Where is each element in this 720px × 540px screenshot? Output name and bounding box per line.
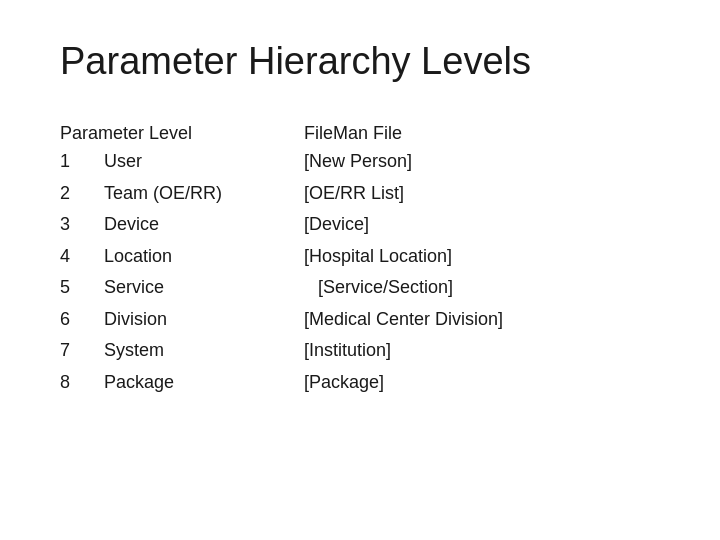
row-number: 2: [60, 178, 84, 210]
page-title: Parameter Hierarchy Levels: [60, 40, 660, 83]
left-header-row: Parameter Level: [60, 123, 244, 144]
table-row: 3 Device: [60, 209, 244, 241]
row-label: User: [104, 146, 244, 178]
row-label: Device: [104, 209, 244, 241]
row-number: 3: [60, 209, 84, 241]
row-number: 6: [60, 304, 84, 336]
right-table-row: [Medical Center Division]: [304, 304, 503, 336]
page: Parameter Hierarchy Levels Parameter Lev…: [0, 0, 720, 540]
right-row-value: [Device]: [304, 209, 369, 241]
right-row-value: [Package]: [304, 367, 384, 399]
row-number: 5: [60, 272, 84, 304]
right-row-value: [New Person]: [304, 146, 412, 178]
content-area: Parameter Level 1 User 2 Team (OE/RR) 3 …: [60, 123, 660, 398]
right-header-label: FileMan File: [304, 123, 402, 144]
row-number: 7: [60, 335, 84, 367]
table-row: 4 Location: [60, 241, 244, 273]
right-table-row: [OE/RR List]: [304, 178, 503, 210]
right-row-value: [OE/RR List]: [304, 178, 404, 210]
table-row: 7 System: [60, 335, 244, 367]
row-number: 4: [60, 241, 84, 273]
table-row: 6 Division: [60, 304, 244, 336]
row-label: System: [104, 335, 244, 367]
row-label: Team (OE/RR): [104, 178, 244, 210]
row-label: Service: [104, 272, 244, 304]
right-column: FileMan File [New Person] [OE/RR List] […: [304, 123, 503, 398]
row-label: Division: [104, 304, 244, 336]
left-header-label: Parameter Level: [60, 123, 200, 144]
right-table-row: [Institution]: [304, 335, 503, 367]
right-row-value: [Institution]: [304, 335, 391, 367]
right-header-row: FileMan File: [304, 123, 503, 144]
table-row: 5 Service: [60, 272, 244, 304]
right-table-row: [Package]: [304, 367, 503, 399]
right-table-row: [New Person]: [304, 146, 503, 178]
table-row: 1 User: [60, 146, 244, 178]
right-row-value: [Hospital Location]: [304, 241, 452, 273]
left-column: Parameter Level 1 User 2 Team (OE/RR) 3 …: [60, 123, 244, 398]
right-table-row: [Service/Section]: [304, 272, 503, 304]
row-label: Location: [104, 241, 244, 273]
row-number: 1: [60, 146, 84, 178]
table-row: 8 Package: [60, 367, 244, 399]
row-number: 8: [60, 367, 84, 399]
right-table-row: [Hospital Location]: [304, 241, 503, 273]
row-label: Package: [104, 367, 244, 399]
right-row-value: [Medical Center Division]: [304, 304, 503, 336]
table-row: 2 Team (OE/RR): [60, 178, 244, 210]
right-table-row: [Device]: [304, 209, 503, 241]
right-row-value: [Service/Section]: [304, 272, 453, 304]
